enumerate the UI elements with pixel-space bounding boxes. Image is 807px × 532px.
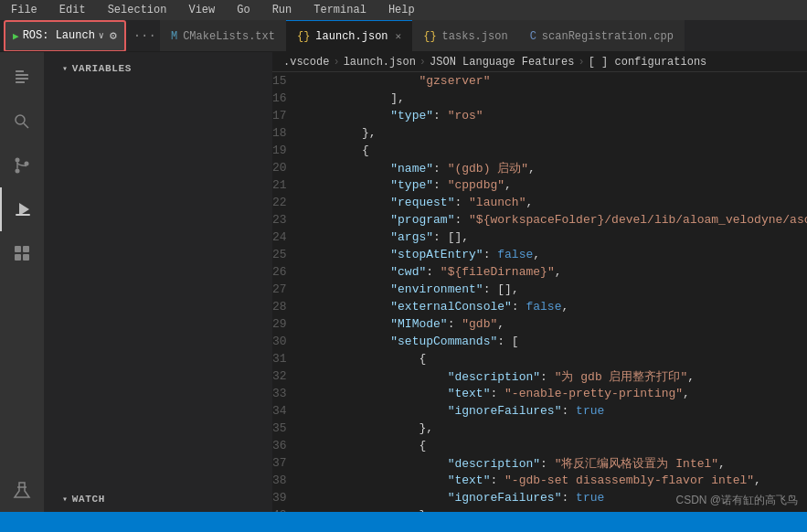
watch-arrow-icon: ▾ bbox=[62, 494, 69, 505]
line-number: 21 bbox=[272, 176, 302, 194]
menu-help[interactable]: Help bbox=[385, 2, 419, 18]
line-number: 19 bbox=[272, 142, 302, 159]
sidebar: ▾ VARIABLES ▾ WATCH bbox=[44, 52, 272, 512]
line-content[interactable]: "request": "launch", bbox=[302, 194, 807, 211]
breadcrumb-launch[interactable]: launch.json bbox=[344, 56, 416, 69]
tab-overflow[interactable]: ··· bbox=[130, 28, 160, 43]
svg-rect-1 bbox=[16, 74, 28, 76]
watch-header[interactable]: ▾ WATCH bbox=[44, 490, 272, 508]
line-content[interactable]: "description": "为 gdb 启用整齐打印", bbox=[302, 367, 807, 385]
activity-bar bbox=[0, 52, 44, 512]
breadcrumb-vscode[interactable]: .vscode bbox=[283, 56, 329, 69]
table-row: 25 "stopAtEntry": false, bbox=[272, 246, 807, 263]
line-content[interactable]: "externalConsole": false, bbox=[302, 298, 807, 315]
line-content[interactable]: { bbox=[302, 350, 807, 367]
source-control-icon[interactable] bbox=[0, 144, 44, 187]
breadcrumb: .vscode › launch.json › JSON Language Fe… bbox=[272, 52, 807, 72]
menu-go[interactable]: Go bbox=[233, 2, 253, 18]
explorer-icon[interactable] bbox=[0, 56, 44, 100]
menu-run[interactable]: Run bbox=[269, 2, 296, 18]
code-editor[interactable]: 15 "gzserver"16 ],17 "type": "ros"18 },1… bbox=[272, 72, 807, 512]
watch-section: ▾ WATCH bbox=[44, 486, 272, 512]
line-content[interactable]: "name": "(gdb) 启动", bbox=[302, 159, 807, 176]
table-row: 27 "environment": [], bbox=[272, 281, 807, 298]
tasks-tab-label: tasks.json bbox=[442, 30, 508, 43]
line-number: 17 bbox=[272, 107, 302, 124]
line-number: 26 bbox=[272, 263, 302, 281]
line-content[interactable]: "ignoreFailures": true bbox=[302, 402, 807, 420]
tab-cmake[interactable]: M CMakeLists.txt bbox=[160, 20, 286, 52]
main-layout: ▾ VARIABLES ▾ WATCH .vscode › launch.jso… bbox=[0, 52, 807, 512]
line-content[interactable]: ], bbox=[302, 90, 807, 107]
line-content[interactable]: { bbox=[302, 437, 807, 454]
line-number: 36 bbox=[272, 437, 302, 454]
line-content[interactable]: "MIMode": "gdb", bbox=[302, 315, 807, 333]
tab-scan-cpp[interactable]: C scanRegistration.cpp bbox=[519, 20, 685, 52]
run-debug-icon[interactable] bbox=[0, 187, 44, 231]
gear-icon[interactable]: ⚙ bbox=[110, 28, 117, 43]
cmake-file-icon: M bbox=[171, 30, 177, 43]
chevron-down-icon[interactable]: ∨ bbox=[99, 30, 104, 41]
search-icon[interactable] bbox=[0, 100, 44, 144]
line-number: 20 bbox=[272, 159, 302, 176]
close-tab-icon[interactable]: ✕ bbox=[396, 30, 402, 42]
tab-launch-json[interactable]: {} launch.json ✕ bbox=[286, 20, 412, 52]
watch-label: WATCH bbox=[72, 494, 105, 505]
line-number: 35 bbox=[272, 420, 302, 437]
line-content[interactable]: "gzserver" bbox=[302, 72, 807, 90]
editor-area: .vscode › launch.json › JSON Language Fe… bbox=[272, 52, 807, 512]
menu-selection[interactable]: Selection bbox=[104, 2, 171, 18]
line-number: 32 bbox=[272, 367, 302, 385]
line-content[interactable]: "description": "将反汇编风格设置为 Intel", bbox=[302, 454, 807, 472]
line-content[interactable]: }, bbox=[302, 124, 807, 142]
svg-line-5 bbox=[24, 123, 28, 128]
line-content[interactable]: }, bbox=[302, 420, 807, 437]
table-row: 29 "MIMode": "gdb", bbox=[272, 315, 807, 333]
svg-point-6 bbox=[16, 158, 20, 163]
variables-label: VARIABLES bbox=[72, 63, 132, 74]
line-number: 18 bbox=[272, 124, 302, 142]
tab-tasks-json[interactable]: {} tasks.json bbox=[412, 20, 518, 52]
menu-view[interactable]: View bbox=[185, 2, 218, 18]
menu-terminal[interactable]: Terminal bbox=[310, 2, 370, 18]
line-number: 15 bbox=[272, 72, 302, 90]
line-content[interactable]: "type": "ros" bbox=[302, 107, 807, 124]
line-content[interactable]: "environment": [], bbox=[302, 281, 807, 298]
table-row: 19 { bbox=[272, 142, 807, 159]
line-content[interactable]: "program": "${workspaceFolder}/devel/lib… bbox=[302, 211, 807, 229]
menu-file[interactable]: File bbox=[7, 2, 41, 18]
svg-rect-15 bbox=[23, 254, 29, 261]
line-content[interactable]: "text": "-gdb-set disassembly-flavor int… bbox=[302, 472, 807, 489]
line-content[interactable]: "setupCommands": [ bbox=[302, 333, 807, 350]
svg-rect-3 bbox=[16, 81, 25, 83]
table-row: 32 "description": "为 gdb 启用整齐打印", bbox=[272, 367, 807, 385]
json-file-icon: {} bbox=[297, 30, 310, 43]
table-row: 30 "setupCommands": [ bbox=[272, 333, 807, 350]
table-row: 26 "cwd": "${fileDirname}", bbox=[272, 263, 807, 281]
test-icon[interactable] bbox=[0, 468, 44, 512]
line-content[interactable]: "stopAtEntry": false, bbox=[302, 246, 807, 263]
variables-header[interactable]: ▾ VARIABLES bbox=[44, 59, 272, 78]
line-content[interactable]: "text": "-enable-pretty-printing", bbox=[302, 385, 807, 402]
extensions-icon[interactable] bbox=[0, 231, 44, 275]
svg-point-7 bbox=[16, 169, 20, 174]
line-content[interactable]: "cwd": "${fileDirname}", bbox=[302, 263, 807, 281]
table-row: 33 "text": "-enable-pretty-printing", bbox=[272, 385, 807, 402]
cpp-file-icon: C bbox=[530, 30, 536, 43]
breadcrumb-features[interactable]: JSON Language Features bbox=[430, 56, 574, 69]
svg-rect-12 bbox=[15, 246, 21, 252]
menu-bar: File Edit Selection View Go Run Terminal… bbox=[0, 0, 807, 20]
table-row: 18 }, bbox=[272, 124, 807, 142]
run-configuration-tab[interactable]: ▶ ROS: Launch ∨ ⚙ bbox=[4, 20, 126, 52]
svg-rect-2 bbox=[16, 78, 28, 80]
line-number: 31 bbox=[272, 350, 302, 367]
line-number: 33 bbox=[272, 385, 302, 402]
line-content[interactable]: "args": [], bbox=[302, 229, 807, 246]
line-number: 38 bbox=[272, 472, 302, 489]
line-content[interactable]: { bbox=[302, 142, 807, 159]
menu-edit[interactable]: Edit bbox=[56, 2, 90, 18]
breadcrumb-configurations[interactable]: [ ] configurations bbox=[589, 56, 707, 69]
line-content[interactable]: "type": "cppdbg", bbox=[302, 176, 807, 194]
line-number: 39 bbox=[272, 489, 302, 506]
table-row: 38 "text": "-gdb-set disassembly-flavor … bbox=[272, 472, 807, 489]
